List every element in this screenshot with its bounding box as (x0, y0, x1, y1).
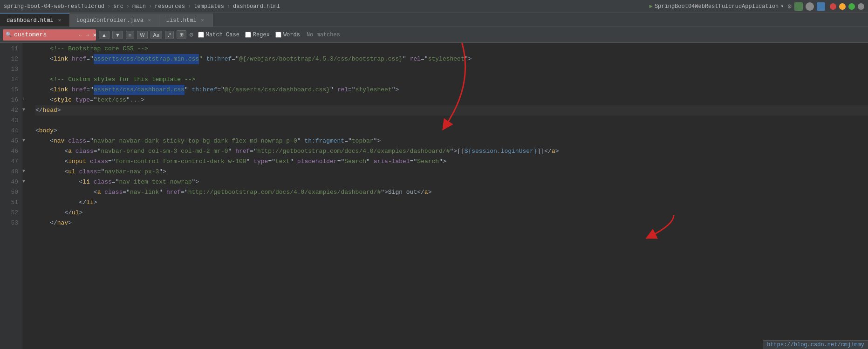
project-name: spring-boot-04-web-restfulcrud (4, 3, 104, 10)
code-line-50: <a class="nav-link" href="http://getboot… (35, 187, 868, 198)
regex-option[interactable]: Regex (245, 32, 270, 38)
line-number-gutter: 11 12 13 14 15 16 42 43 44 45 46 47 48 4… (0, 43, 22, 349)
line-13: 13 (0, 64, 18, 75)
code-line-44: <body> (35, 126, 868, 136)
code-line-11: <!-- Bootstrap core CSS --> (35, 44, 868, 54)
code-line-52: </ul> (35, 208, 868, 218)
fold-indicator-16[interactable]: ... (130, 95, 141, 105)
search-filter-btn[interactable]: ≡ (126, 31, 134, 39)
title-bar: spring-boot-04-web-restfulcrud › src › m… (0, 0, 868, 13)
line-52: 52 (0, 208, 18, 218)
editor-area: 11 12 13 14 15 16 42 43 44 45 46 47 48 4… (0, 43, 868, 349)
code-line-48: <ul class="navbar-nav px-3"> (35, 167, 868, 177)
gear-icon[interactable]: ⚙ (788, 2, 792, 10)
search-multi-btn[interactable]: ⊞ (177, 30, 186, 39)
fold-icon-16[interactable]: + (22, 94, 31, 104)
tab-bar: dashboard.html × LoginController.java × … (0, 13, 868, 27)
code-line-12: <link href="asserts/css/bootstrap.min.cs… (35, 54, 868, 64)
fold-icon-49: ▼ (22, 176, 31, 186)
plugin-icon-2[interactable] (806, 2, 814, 11)
line-11: 11 (0, 44, 18, 54)
fold-icons: + ▼ ▼ ▼ ▼ (22, 43, 31, 349)
search-regex-btn[interactable]: .* (165, 31, 174, 39)
dropdown-arrow[interactable]: ▾ (780, 3, 784, 10)
settings-btn[interactable] (858, 3, 864, 10)
line-53: 53 (0, 218, 18, 228)
line-14: 14 (0, 75, 18, 85)
code-line-43 (35, 116, 868, 126)
search-close-btn[interactable]: ✕ (93, 31, 97, 39)
tab-list-close[interactable]: × (199, 17, 206, 24)
line-15: 15 (0, 85, 18, 95)
path-resources: resources (155, 3, 185, 10)
search-gear-icon[interactable]: ⚙ (189, 31, 193, 39)
words-label: Words (283, 32, 300, 38)
tab-login-close[interactable]: × (146, 17, 153, 24)
search-icon: 🔍 (6, 32, 12, 38)
path-templates: templates (194, 3, 224, 10)
no-matches-label: No matches (307, 32, 340, 38)
code-line-45: <nav class="navbar navbar-dark sticky-to… (35, 136, 868, 146)
fold-icon-42: ▼ (22, 104, 31, 115)
fold-icon-48: ▼ (22, 166, 31, 176)
fold-icon-45: ▼ (22, 135, 31, 145)
plugin-icon-1[interactable] (794, 2, 803, 11)
match-case-option[interactable]: Match Case (198, 32, 239, 38)
tab-list-label: list.html (166, 17, 197, 24)
run-icon: ▶ (649, 3, 653, 10)
regex-checkbox[interactable] (245, 32, 251, 38)
tab-dashboard-label: dashboard.html (7, 17, 54, 24)
code-line-13 (35, 64, 868, 75)
words-checkbox[interactable] (275, 32, 281, 38)
code-content[interactable]: <!-- Bootstrap core CSS --> <link href="… (31, 43, 868, 349)
code-line-53: </nav> (35, 218, 868, 228)
code-line-42: </head> (35, 105, 868, 116)
maximize-btn[interactable] (848, 3, 855, 10)
code-line-51: </li> (35, 198, 868, 208)
search-word-btn[interactable]: W (137, 31, 147, 39)
words-option[interactable]: Words (275, 32, 300, 38)
app-label: ▶ SpringBoot04WebRestfulcrudApplication … (649, 3, 784, 10)
path-main: main (132, 3, 146, 10)
close-btn[interactable] (830, 3, 836, 10)
code-line-46: <a class="navbar-brand col-sm-3 col-md-2… (35, 146, 868, 157)
match-case-checkbox[interactable] (198, 32, 204, 38)
search-nav-sep: → (86, 32, 89, 38)
search-down-btn[interactable]: ▼ (112, 31, 123, 39)
tab-dashboard[interactable]: dashboard.html × (0, 14, 70, 27)
tab-login-controller[interactable]: LoginController.java × (70, 14, 160, 27)
search-up-btn[interactable]: ▲ (99, 31, 109, 39)
line-48: 48 (0, 167, 18, 177)
path-file: dashboard.html (233, 3, 280, 10)
line-47: 47 (0, 157, 18, 167)
minimize-btn[interactable] (839, 3, 846, 10)
line-43: 43 (0, 116, 18, 126)
search-bar: 🔍 ← → ✕ ▲ ▼ ≡ W Aa .* ⊞ ⚙ Match Case Reg… (0, 27, 868, 43)
tab-list[interactable]: list.html × (160, 14, 213, 27)
line-42: 42 (0, 105, 18, 116)
tab-dashboard-close[interactable]: × (56, 17, 63, 24)
status-url: https://blog.csdn.net/cmjimmy (763, 340, 868, 349)
code-line-14: <!-- Custom styles for this template --> (35, 75, 868, 85)
app-name: SpringBoot04WebRestfulcrudApplication (655, 3, 779, 10)
line-44: 44 (0, 126, 18, 136)
plugin-icon-3[interactable] (817, 2, 825, 11)
search-prev-btn[interactable]: ← (76, 32, 84, 38)
search-input[interactable] (14, 31, 75, 38)
code-line-47: <input class="form-control form-control-… (35, 157, 868, 167)
status-url-text: https://blog.csdn.net/cmjimmy (767, 342, 864, 348)
code-line-49: <li class="nav-item text-nowrap"> (35, 177, 868, 187)
line-51: 51 (0, 198, 18, 208)
line-12: 12 (0, 54, 18, 64)
path-src: src (113, 3, 123, 10)
match-case-label: Match Case (206, 32, 239, 38)
line-45: 45 (0, 136, 18, 146)
line-46: 46 (0, 146, 18, 157)
line-16: 16 (0, 95, 18, 105)
search-options: Match Case Regex Words (198, 32, 300, 38)
line-49: 49 (0, 177, 18, 187)
regex-label: Regex (253, 32, 270, 38)
search-case-btn[interactable]: Aa (150, 31, 162, 39)
title-bar-path: spring-boot-04-web-restfulcrud › src › m… (4, 3, 280, 10)
line-50: 50 (0, 187, 18, 198)
